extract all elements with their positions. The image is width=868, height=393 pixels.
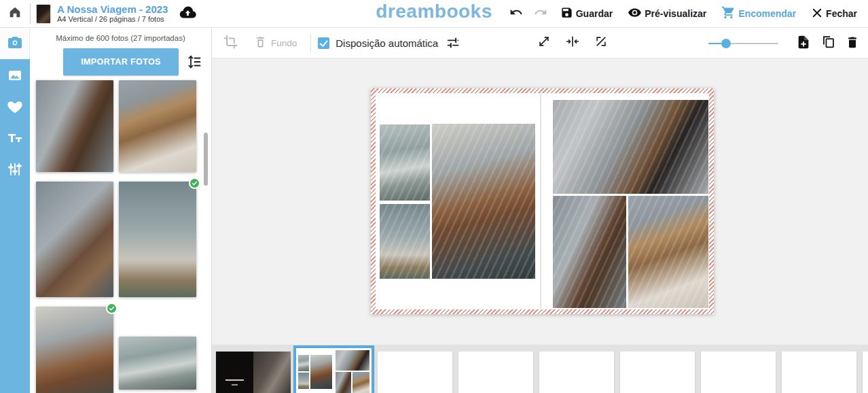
mini-photo bbox=[336, 372, 351, 393]
cloud-upload-button[interactable] bbox=[177, 3, 198, 24]
divider bbox=[30, 3, 31, 24]
page-thumb-empty[interactable] bbox=[701, 352, 776, 393]
zoom-slider[interactable] bbox=[708, 39, 778, 48]
rail-tab-favorites[interactable] bbox=[7, 100, 23, 116]
delete-icon bbox=[846, 35, 859, 52]
order-button[interactable]: Encomendar bbox=[716, 0, 801, 27]
slider-thumb[interactable] bbox=[721, 39, 731, 48]
add-page-button[interactable] bbox=[795, 35, 812, 52]
photo-used-check-icon bbox=[189, 177, 200, 189]
mini-photo bbox=[310, 355, 332, 389]
spread-photo-couple-marble[interactable] bbox=[553, 100, 708, 194]
main-area: Fundo Disposição automática bbox=[212, 28, 868, 393]
mini-photo bbox=[298, 373, 309, 389]
background-button[interactable]: Fundo bbox=[254, 35, 297, 50]
page-thumb-empty[interactable] bbox=[620, 352, 695, 393]
sidebar-rail bbox=[0, 28, 30, 393]
save-button[interactable]: Guardar bbox=[555, 0, 618, 27]
page-filmstrip bbox=[212, 345, 868, 393]
editor-canvas[interactable] bbox=[212, 58, 868, 345]
sort-photos-icon[interactable] bbox=[186, 54, 202, 70]
canvas-toolbar: Fundo Disposição automática bbox=[212, 28, 868, 58]
library-photo-woman-water[interactable] bbox=[119, 182, 196, 297]
mini-photo bbox=[352, 372, 369, 393]
background-label: Fundo bbox=[271, 38, 297, 48]
duplicate-icon bbox=[821, 35, 835, 52]
book-cover-thumbnail[interactable] bbox=[37, 5, 50, 23]
spread-photo-couple-boat[interactable] bbox=[380, 124, 430, 201]
order-label: Encomendar bbox=[738, 8, 796, 19]
page-thumb-empty[interactable] bbox=[378, 352, 452, 393]
shrink-diagonal-button[interactable] bbox=[535, 34, 553, 52]
save-label: Guardar bbox=[576, 8, 613, 19]
layout-options-icon[interactable] bbox=[444, 34, 462, 52]
preview-button[interactable]: Pré-visualizar bbox=[622, 0, 712, 27]
page-thumb-cover[interactable] bbox=[216, 352, 291, 393]
redo-button[interactable] bbox=[530, 3, 551, 24]
library-photo-man-boat[interactable] bbox=[36, 307, 113, 393]
top-bar-actions: Guardar Pré-visualizar Encomendar Fechar bbox=[506, 0, 863, 27]
home-button[interactable] bbox=[0, 0, 30, 27]
page-tools bbox=[708, 28, 861, 58]
library-photo-selfie[interactable] bbox=[36, 182, 113, 297]
project-title-block: A Nossa Viagem - 2023 A4 Vertical / 26 p… bbox=[57, 3, 168, 24]
trash-background-icon bbox=[254, 35, 267, 50]
book-spread[interactable] bbox=[371, 88, 714, 314]
page-thumb-empty[interactable] bbox=[539, 352, 614, 393]
rail-tab-layout-settings[interactable] bbox=[7, 163, 23, 179]
photobook-editor: A Nossa Viagem - 2023 A4 Vertical / 26 p… bbox=[0, 0, 868, 393]
divider bbox=[310, 33, 311, 52]
redo-icon bbox=[534, 5, 547, 22]
photo-library-panel: Máximo de 600 fotos (27 importadas) IMPO… bbox=[30, 28, 212, 393]
library-photo-man-rock[interactable] bbox=[36, 80, 113, 172]
sliders-vertical-icon bbox=[7, 161, 23, 180]
import-photos-button[interactable]: IMPORTAR FOTOS bbox=[63, 48, 179, 75]
mini-photo bbox=[336, 350, 369, 371]
heart-icon bbox=[7, 99, 23, 118]
preview-label: Pré-visualizar bbox=[645, 8, 706, 19]
library-photo-couple-boat[interactable] bbox=[119, 337, 196, 390]
expand-diagonal-button[interactable] bbox=[592, 34, 610, 52]
page-thumb-empty[interactable] bbox=[782, 352, 856, 393]
undo-icon bbox=[509, 5, 523, 22]
page-thumb-selected[interactable] bbox=[293, 345, 374, 393]
panel-scrollbar[interactable] bbox=[204, 133, 208, 186]
rail-tab-group bbox=[0, 59, 30, 393]
rail-tab-camera[interactable] bbox=[0, 28, 30, 59]
cover-back bbox=[253, 352, 291, 393]
rail-tab-text[interactable] bbox=[7, 131, 23, 148]
spread-photo-man-boat[interactable] bbox=[432, 124, 535, 279]
photo-used-check-icon bbox=[106, 303, 117, 314]
crop-icon bbox=[223, 35, 238, 52]
cover-front bbox=[216, 352, 253, 393]
cover-title-line bbox=[225, 379, 243, 381]
collapse-horizontal-button[interactable] bbox=[564, 34, 581, 52]
spread-photo-woman-water[interactable] bbox=[380, 204, 430, 279]
undo-button[interactable] bbox=[506, 3, 526, 24]
page-thumb-empty[interactable] bbox=[863, 352, 868, 393]
auto-layout-checkbox[interactable] bbox=[318, 37, 329, 49]
images-icon bbox=[7, 67, 23, 86]
close-button[interactable]: Fechar bbox=[806, 0, 863, 27]
dreambooks-logo[interactable]: dreambooks bbox=[376, 1, 492, 22]
cloud-upload-icon bbox=[179, 3, 197, 24]
delete-page-button[interactable] bbox=[844, 35, 861, 52]
photo-limit-text: Máximo de 600 fotos (27 importadas) bbox=[30, 34, 211, 42]
close-label: Fechar bbox=[826, 8, 857, 19]
project-title[interactable]: A Nossa Viagem - 2023 bbox=[57, 3, 168, 15]
top-bar: A Nossa Viagem - 2023 A4 Vertical / 26 p… bbox=[0, 0, 868, 28]
collapse-horizontal-icon bbox=[566, 35, 579, 51]
rail-tab-photos[interactable] bbox=[7, 69, 23, 85]
mini-photo bbox=[298, 355, 309, 371]
spread-photo-man-rock[interactable] bbox=[553, 196, 626, 308]
duplicate-page-button[interactable] bbox=[819, 35, 837, 52]
page-gutter bbox=[540, 93, 541, 309]
page-thumb-empty[interactable] bbox=[458, 352, 533, 393]
crop-button[interactable] bbox=[221, 34, 239, 52]
project-subtitle: A4 Vertical / 26 páginas / 7 fotos bbox=[57, 15, 168, 24]
add-page-icon bbox=[796, 35, 811, 52]
spread-photo-woman-hat[interactable] bbox=[628, 196, 708, 308]
text-icon bbox=[7, 130, 23, 149]
eye-icon bbox=[628, 5, 642, 22]
library-photo-woman-hat[interactable] bbox=[119, 80, 196, 172]
